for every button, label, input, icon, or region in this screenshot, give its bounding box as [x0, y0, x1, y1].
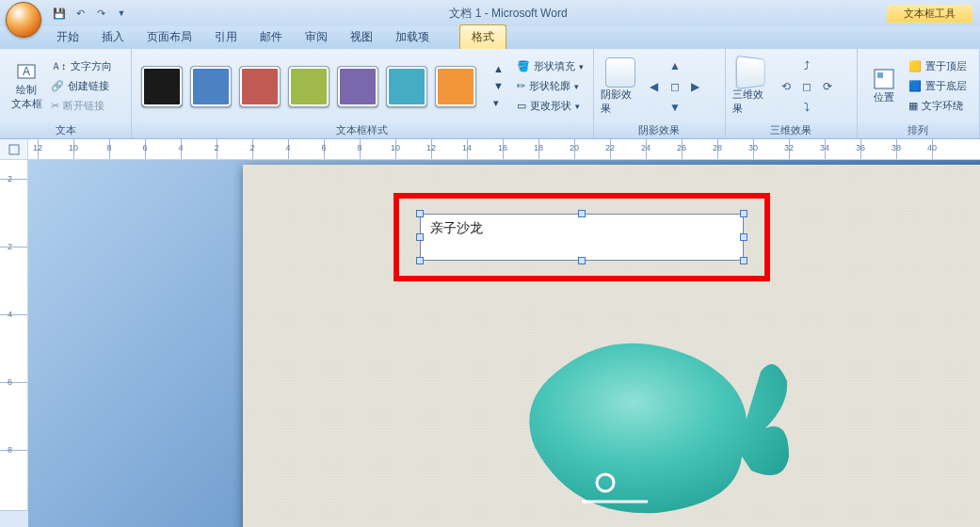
resize-handle-br[interactable]: [740, 257, 747, 264]
create-link-button[interactable]: 🔗创建链接: [47, 77, 116, 95]
textbox-icon: A: [16, 62, 37, 83]
hruler-number: 28: [713, 143, 722, 152]
hruler-number: 10: [69, 143, 78, 152]
vruler-number: 4: [8, 310, 12, 319]
tilt-left-icon[interactable]: ⟲: [777, 77, 795, 96]
tab-home[interactable]: 开始: [45, 25, 90, 49]
vertical-ruler[interactable]: 22468: [0, 160, 28, 510]
hruler-number: 2: [214, 143, 218, 152]
scroll-stub: [0, 510, 28, 527]
hruler-number: 6: [321, 143, 326, 152]
tab-insert[interactable]: 插入: [90, 25, 136, 49]
tilt-right-icon[interactable]: ⟳: [818, 77, 837, 96]
tilt-down-icon[interactable]: ⤵: [797, 98, 816, 117]
shadow-effects-button[interactable]: 阴影效果: [600, 54, 641, 120]
contextual-tab-title: 文本框工具: [887, 5, 972, 23]
style-swatch-3[interactable]: [288, 66, 329, 107]
resize-handle-b[interactable]: [578, 257, 586, 264]
ruler-corner[interactable]: [0, 139, 28, 159]
resize-handle-tr[interactable]: [740, 210, 747, 217]
textbox[interactable]: 亲子沙龙: [420, 214, 744, 261]
tab-format[interactable]: 格式: [459, 24, 506, 49]
tab-references[interactable]: 引用: [203, 25, 249, 49]
tilt-up-icon[interactable]: ⤴: [797, 56, 816, 75]
3d-effects-button[interactable]: 三维效果: [731, 54, 773, 120]
nudge-up-icon[interactable]: ▲: [666, 56, 684, 75]
group-label-3d: 三维效果: [726, 123, 857, 138]
3d-tilt-grid: ⤴ ⟲◻⟳ ⤵: [777, 56, 837, 117]
nudge-left-icon[interactable]: ◀: [645, 77, 664, 96]
hruler-number: 26: [677, 143, 686, 152]
change-shape-icon: ▭: [517, 100, 526, 112]
document-area[interactable]: 亲子沙龙: [28, 160, 980, 527]
position-button[interactable]: 位置: [863, 54, 905, 120]
title-bar: 💾 ↶ ↷ ▼ 文档 1 - Microsoft Word 文本框工具: [0, 0, 980, 26]
nudge-center-icon[interactable]: ◻: [666, 77, 684, 96]
style-swatch-4[interactable]: [337, 66, 378, 107]
group-label-styles: 文本框样式: [132, 123, 593, 138]
change-shape-button[interactable]: ▭更改形状▾: [513, 97, 587, 115]
shape-fill-button[interactable]: 🪣形状填充▾: [513, 57, 587, 75]
style-swatch-0[interactable]: [141, 66, 183, 107]
style-swatch-2[interactable]: [239, 66, 281, 107]
send-back-icon: 🟦: [908, 80, 922, 92]
svg-rect-4: [9, 145, 19, 154]
tab-page-layout[interactable]: 页面布局: [136, 25, 203, 49]
style-swatch-5[interactable]: [386, 66, 427, 107]
tab-view[interactable]: 视图: [339, 25, 384, 49]
resize-handle-r[interactable]: [740, 233, 747, 241]
vertical-ruler-wrap: 22468: [0, 160, 28, 527]
hruler-number: 18: [534, 143, 543, 152]
vruler-number: 2: [8, 242, 12, 251]
bring-to-front-button[interactable]: 🟨置于顶层: [905, 57, 971, 75]
hruler-number: 10: [391, 143, 400, 152]
nudge-right-icon[interactable]: ▶: [686, 77, 705, 96]
group-label-arrange: 排列: [858, 123, 979, 138]
style-swatch-1[interactable]: [190, 66, 232, 107]
hruler-number: 12: [33, 143, 42, 152]
text-direction-icon: Ａ↕: [51, 59, 67, 73]
break-link-button[interactable]: ✂断开链接: [47, 97, 116, 115]
redo-button[interactable]: ↷: [92, 5, 109, 22]
hruler-number: 40: [927, 143, 937, 152]
hruler-number: 8: [357, 143, 361, 152]
gallery-down-icon[interactable]: ▼: [490, 78, 507, 93]
resize-handle-l[interactable]: [416, 233, 424, 241]
style-swatch-6[interactable]: [435, 66, 476, 107]
hruler-number: 8: [106, 143, 111, 152]
group-shadow: 阴影效果 ▲ ◀◻▶ ▼ 阴影效果: [594, 49, 726, 138]
tab-mailings[interactable]: 邮件: [249, 25, 294, 49]
bring-front-icon: 🟨: [908, 60, 922, 72]
resize-handle-t[interactable]: [578, 210, 586, 217]
vruler-number: 2: [8, 174, 12, 184]
qat-customize-icon[interactable]: ▼: [113, 5, 130, 22]
gallery-more-icon[interactable]: ▾: [490, 95, 507, 111]
page[interactable]: 亲子沙龙: [243, 165, 980, 527]
hruler-number: 4: [178, 143, 183, 152]
gallery-up-icon[interactable]: ▲: [490, 61, 507, 76]
resize-handle-bl[interactable]: [416, 257, 424, 264]
vruler-number: 8: [8, 445, 12, 455]
tab-addins[interactable]: 加载项: [384, 25, 441, 49]
shape-outline-button[interactable]: ✏形状轮廓▾: [513, 77, 587, 95]
undo-button[interactable]: ↶: [72, 5, 88, 22]
textbox-selection[interactable]: 亲子沙龙: [420, 214, 744, 261]
tab-review[interactable]: 审阅: [294, 25, 339, 49]
position-icon: [873, 68, 895, 90]
draw-textbox-button[interactable]: A 绘制 文本框: [6, 54, 47, 120]
ruler-toggle-icon: [8, 144, 20, 155]
hruler-number: 16: [498, 143, 507, 152]
resize-handle-tl[interactable]: [416, 210, 424, 217]
send-to-back-button[interactable]: 🟦置于底层: [905, 77, 971, 95]
text-wrapping-button[interactable]: ▦文字环绕: [905, 97, 971, 115]
nudge-down-icon[interactable]: ▼: [666, 98, 684, 117]
horizontal-ruler[interactable]: 1210864224681012141618202224262830323436…: [28, 139, 980, 159]
group-textbox-styles: ▲ ▼ ▾ 🪣形状填充▾ ✏形状轮廓▾ ▭更改形状▾ 文本框样式: [132, 49, 594, 138]
quick-access-toolbar: 💾 ↶ ↷ ▼: [51, 5, 130, 22]
ruler-row: 1210864224681012141618202224262830323436…: [0, 139, 980, 160]
save-button[interactable]: 💾: [51, 5, 68, 22]
text-direction-button[interactable]: Ａ↕文字方向: [47, 57, 116, 75]
tilt-center-icon[interactable]: ◻: [797, 77, 816, 96]
office-button[interactable]: [6, 2, 41, 38]
hruler-number: 34: [820, 143, 829, 152]
